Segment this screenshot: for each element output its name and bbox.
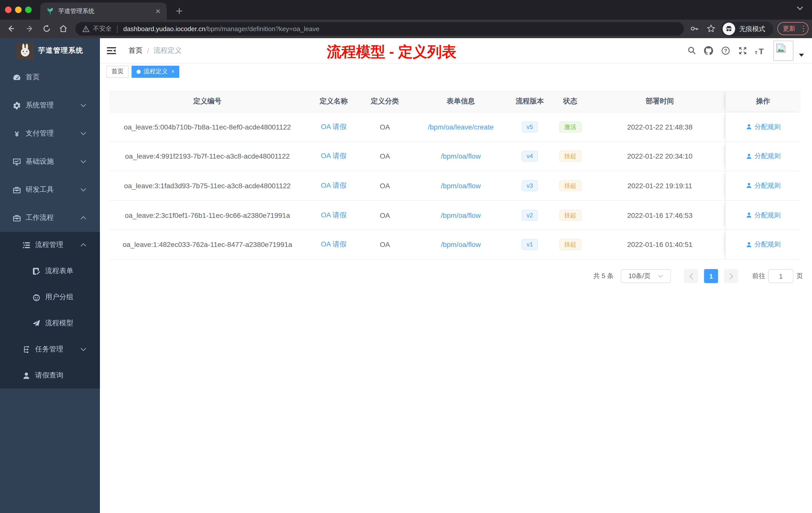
browser-menu-icon[interactable] bbox=[803, 26, 804, 32]
window-maximize-button[interactable] bbox=[25, 6, 32, 13]
security-label[interactable]: 不安全 bbox=[93, 25, 112, 33]
definition-name-link[interactable]: OA 请假 bbox=[321, 211, 347, 220]
update-label[interactable]: 更新 bbox=[783, 24, 795, 33]
page-size-select[interactable]: 10条/页 bbox=[621, 269, 671, 283]
table-cell: OA bbox=[362, 201, 408, 230]
assign-rule-button[interactable]: 分配规则 bbox=[746, 211, 781, 220]
definition-name-link[interactable]: OA 请假 bbox=[321, 181, 347, 190]
definition-category: OA bbox=[380, 182, 390, 190]
form-link[interactable]: /bpm/oa/leave/create bbox=[428, 123, 494, 131]
breadcrumb-home[interactable]: 首页 bbox=[128, 46, 143, 55]
assign-rule-button[interactable]: 分配规则 bbox=[746, 152, 781, 161]
table-cell: OA 请假 bbox=[305, 171, 362, 200]
bookmark-star-icon[interactable] bbox=[706, 24, 716, 33]
avatar-caret-icon[interactable] bbox=[799, 54, 804, 57]
browser-update-button[interactable]: 更新 bbox=[777, 22, 809, 35]
chevron-down-icon bbox=[80, 348, 86, 351]
url-domain: dashboard.yudao.iocoder.cn bbox=[123, 25, 205, 33]
sidebar-item-user-group[interactable]: 用户分组 bbox=[0, 284, 100, 310]
paper-plane-icon bbox=[32, 319, 41, 328]
table-row: oa_leave:1:482ec033-762a-11ec-8477-a2380… bbox=[110, 230, 801, 260]
status-badge: 挂起 bbox=[559, 180, 581, 191]
chevron-up-icon bbox=[80, 243, 86, 247]
back-button[interactable] bbox=[6, 24, 16, 33]
sidebar-item-payment[interactable]: ¥支付管理 bbox=[0, 119, 100, 148]
tab-list-caret-icon[interactable] bbox=[796, 6, 804, 10]
assign-rule-label: 分配规则 bbox=[754, 240, 781, 249]
sidebar-item-task-mgmt[interactable]: 任务管理 bbox=[0, 336, 100, 362]
sidebar-item-process-form[interactable]: 流程表单 bbox=[0, 258, 100, 284]
form-link[interactable]: /bpm/oa/flow bbox=[441, 182, 481, 190]
sidebar-item-home[interactable]: 首页 bbox=[0, 63, 100, 91]
assign-rule-button[interactable]: 分配规则 bbox=[746, 181, 781, 190]
form-icon bbox=[32, 267, 41, 275]
yen-icon: ¥ bbox=[12, 129, 21, 138]
help-icon[interactable]: ? bbox=[721, 46, 730, 55]
monitor-icon bbox=[12, 157, 21, 166]
goto-page-input[interactable] bbox=[768, 269, 793, 283]
tag-item[interactable]: 首页 bbox=[107, 65, 128, 78]
table-cell: 2022-01-16 01:40:51 bbox=[594, 230, 725, 259]
definition-name-link[interactable]: OA 请假 bbox=[321, 240, 347, 249]
broken-image-icon bbox=[775, 43, 786, 54]
browser-toolbar: 不安全 dashboard.yudao.iocoder.cn/bpm/manag… bbox=[0, 20, 812, 38]
sidebar-item-label: 研发工具 bbox=[26, 185, 54, 194]
svg-text:T: T bbox=[759, 47, 764, 55]
assign-rule-button[interactable]: 分配规则 bbox=[746, 122, 781, 131]
assign-user-icon bbox=[746, 153, 752, 160]
deploy-time: 2022-01-22 21:48:38 bbox=[627, 123, 693, 131]
next-page-button[interactable] bbox=[724, 269, 738, 283]
table-cell: oa_leave:5:004b710b-7b8a-11ec-8ef0-acde4… bbox=[110, 113, 305, 141]
fullscreen-icon[interactable] bbox=[738, 46, 747, 55]
prev-page-button[interactable] bbox=[684, 269, 698, 283]
deploy-time: 2022-01-22 19:19:11 bbox=[628, 182, 692, 190]
sidebar-item-label: 任务管理 bbox=[35, 345, 63, 354]
breadcrumb-current: 流程定义 bbox=[154, 46, 182, 55]
sidebar-item-devtools[interactable]: 研发工具 bbox=[0, 176, 100, 204]
reload-button[interactable] bbox=[42, 24, 51, 33]
incognito-badge: 无痕模式 bbox=[721, 22, 773, 36]
password-key-icon[interactable] bbox=[690, 24, 699, 33]
form-link[interactable]: /bpm/oa/flow bbox=[441, 240, 481, 248]
search-icon[interactable] bbox=[688, 46, 696, 55]
sidebar-item-system[interactable]: 系统管理 bbox=[0, 91, 100, 119]
sidebar-item-label: 流程模型 bbox=[45, 319, 73, 328]
window-minimize-button[interactable] bbox=[15, 6, 22, 13]
tag-close-icon[interactable]: × bbox=[171, 69, 174, 74]
sidebar-item-leave-query[interactable]: 请假查询 bbox=[0, 362, 100, 389]
page-number-button[interactable]: 1 bbox=[704, 269, 718, 283]
tab-title: 芋道管理系统 bbox=[58, 7, 152, 15]
avatar[interactable] bbox=[773, 41, 793, 61]
version-badge: v4 bbox=[522, 151, 538, 162]
tag-active[interactable]: 流程定义× bbox=[132, 65, 179, 78]
definition-id: oa_leave:1:482ec033-762a-11ec-8477-a2380… bbox=[122, 240, 292, 248]
table-cell: /bpm/oa/flow bbox=[408, 142, 514, 171]
table-cell: v2 bbox=[514, 201, 546, 230]
sidebar-fold-icon[interactable] bbox=[107, 47, 116, 55]
table-cell: /bpm/oa/flow bbox=[408, 201, 514, 230]
table-cell: OA bbox=[362, 230, 408, 259]
form-link[interactable]: /bpm/oa/flow bbox=[441, 152, 481, 160]
sidebar-item-infra[interactable]: 基础设施 bbox=[0, 148, 100, 176]
new-tab-button[interactable] bbox=[173, 4, 186, 18]
sidebar-item-workflow[interactable]: 工作流程 bbox=[0, 204, 100, 232]
definition-name-link[interactable]: OA 请假 bbox=[321, 122, 347, 131]
chevron-up-icon bbox=[80, 216, 86, 220]
sidebar-logo[interactable]: 芋道管理系统 bbox=[0, 38, 100, 63]
sidebar-item-label: 流程管理 bbox=[35, 240, 63, 249]
sidebar-item-process-mgmt[interactable]: 流程管理 bbox=[0, 232, 100, 258]
form-link[interactable]: /bpm/oa/flow bbox=[441, 211, 481, 219]
tab-close-icon[interactable]: ✕ bbox=[155, 8, 161, 14]
browser-tab[interactable]: 芋道管理系统 ✕ bbox=[40, 2, 167, 20]
chevron-right-icon bbox=[729, 273, 733, 279]
table-cell: 2022-01-22 20:34:10 bbox=[594, 142, 725, 171]
address-bar[interactable]: 不安全 dashboard.yudao.iocoder.cn/bpm/manag… bbox=[75, 22, 684, 36]
definition-name-link[interactable]: OA 请假 bbox=[321, 152, 347, 161]
home-button[interactable] bbox=[59, 24, 68, 33]
forward-button[interactable] bbox=[25, 24, 34, 33]
sidebar-item-process-model[interactable]: 流程模型 bbox=[0, 310, 100, 336]
font-size-icon[interactable]: тT bbox=[755, 47, 766, 55]
github-icon[interactable] bbox=[704, 46, 713, 55]
window-close-button[interactable] bbox=[5, 6, 11, 13]
assign-rule-button[interactable]: 分配规则 bbox=[746, 240, 781, 249]
